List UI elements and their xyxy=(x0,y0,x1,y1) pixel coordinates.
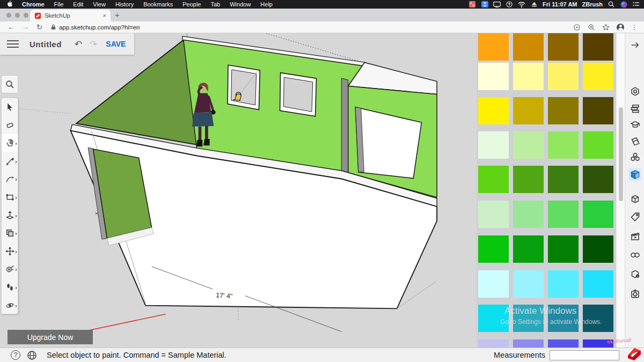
language-globe-icon[interactable] xyxy=(27,350,37,360)
window-zoom-button[interactable] xyxy=(24,13,28,18)
panel-position-camera[interactable] xyxy=(628,287,641,300)
color-swatch-3-1[interactable] xyxy=(513,131,544,159)
menubar-item-edit[interactable]: Edit xyxy=(73,1,83,8)
color-swatch-0-2[interactable] xyxy=(548,33,579,61)
color-swatch-4-2[interactable] xyxy=(548,166,579,193)
wifi-icon[interactable] xyxy=(518,1,525,8)
color-swatch-6-1[interactable] xyxy=(513,235,544,263)
color-swatch-1-2[interactable] xyxy=(548,63,579,90)
color-swatch-0-3[interactable] xyxy=(583,33,613,61)
search-tool-button[interactable] xyxy=(1,75,18,93)
menubar-item-file[interactable]: File xyxy=(54,1,64,8)
color-swatch-2-3[interactable] xyxy=(583,97,613,124)
upgrade-button[interactable]: Upgrade Now xyxy=(8,330,93,344)
tab-close-icon[interactable]: × xyxy=(103,12,106,19)
color-swatch-0-1[interactable] xyxy=(513,33,544,61)
window-minimize-button[interactable] xyxy=(15,13,20,18)
tool-push-pull[interactable] xyxy=(2,206,18,224)
panel-model-info[interactable]: i xyxy=(628,267,641,280)
zoom-page-icon[interactable] xyxy=(588,24,595,31)
panel-3d-warehouse[interactable] xyxy=(628,192,641,205)
spotlight-icon[interactable] xyxy=(608,1,615,8)
new-tab-button[interactable]: + xyxy=(115,10,120,19)
color-swatch-5-0[interactable] xyxy=(478,201,509,228)
color-swatch-2-0[interactable] xyxy=(478,97,509,124)
color-swatch-3-0[interactable] xyxy=(478,131,509,159)
menubar-item-help[interactable]: Help xyxy=(260,1,273,8)
redo-button[interactable]: ↷ xyxy=(90,39,97,50)
color-swatch-8-3[interactable] xyxy=(583,305,613,332)
app-tile-icon[interactable] xyxy=(469,1,476,8)
color-swatch-6-2[interactable] xyxy=(548,235,579,263)
color-swatch-1-0[interactable] xyxy=(478,63,509,90)
panel-styles[interactable] xyxy=(628,135,641,147)
palette-scrollbar[interactable] xyxy=(616,33,625,348)
url-box[interactable]: app.sketchup.com/app?hl=en xyxy=(51,24,140,31)
menubar-item-chrome[interactable]: Chrome xyxy=(22,1,45,8)
eject-icon[interactable] xyxy=(530,1,538,8)
back-icon[interactable]: ← xyxy=(8,23,14,31)
main-menu-icon[interactable] xyxy=(7,38,19,50)
menubar-item-bookmarks[interactable]: Bookmarks xyxy=(143,1,173,8)
color-swatch-9-2[interactable] xyxy=(548,339,579,348)
undo-button[interactable]: ↶ xyxy=(75,39,82,50)
apple-icon[interactable] xyxy=(6,1,12,8)
color-swatch-4-3[interactable] xyxy=(583,166,613,193)
color-swatch-5-3[interactable] xyxy=(583,201,613,228)
color-swatch-3-2[interactable] xyxy=(548,131,579,159)
color-swatch-5-2[interactable] xyxy=(548,201,579,228)
color-swatch-8-2[interactable] xyxy=(548,305,579,332)
tool-select[interactable] xyxy=(2,98,18,116)
sync-icon[interactable] xyxy=(506,1,513,8)
password-manager-icon[interactable] xyxy=(481,1,488,8)
notification-center-icon[interactable] xyxy=(632,1,640,8)
measurements-input[interactable] xyxy=(550,350,619,360)
color-swatch-2-2[interactable] xyxy=(548,97,579,124)
window-close-button[interactable] xyxy=(6,13,11,18)
save-button[interactable]: SAVE xyxy=(106,40,126,48)
color-swatch-7-0[interactable] xyxy=(478,270,509,298)
cast-icon[interactable] xyxy=(573,24,581,31)
bookmark-star-icon[interactable] xyxy=(602,24,610,31)
tool-tape-measure[interactable] xyxy=(2,260,18,278)
color-swatch-8-1[interactable] xyxy=(513,305,544,332)
color-swatch-0-0[interactable] xyxy=(478,33,509,61)
browser-menu-icon[interactable]: ⋮ xyxy=(631,24,638,31)
panel-outliner[interactable] xyxy=(628,102,641,115)
siri-icon[interactable] xyxy=(620,1,627,8)
color-swatch-4-0[interactable] xyxy=(478,166,509,193)
color-swatch-1-1[interactable] xyxy=(513,63,544,90)
menubar-item-window[interactable]: Window xyxy=(230,1,251,8)
tool-shapes[interactable] xyxy=(2,188,18,206)
menubar-item-people[interactable]: People xyxy=(182,1,201,8)
help-icon[interactable]: ? xyxy=(11,350,20,360)
menubar-item-history[interactable]: History xyxy=(115,1,134,8)
color-swatch-6-3[interactable] xyxy=(583,235,613,263)
panel-search-model[interactable] xyxy=(628,248,641,261)
forward-icon[interactable]: → xyxy=(22,23,29,31)
color-swatch-9-1[interactable] xyxy=(513,339,544,348)
model-canvas[interactable]: 17' 4" xyxy=(0,33,457,348)
panel-scenes[interactable] xyxy=(628,230,641,242)
display-mirroring-icon[interactable] xyxy=(493,1,501,8)
color-swatch-7-3[interactable] xyxy=(583,270,613,298)
panel-instructor[interactable] xyxy=(628,118,641,131)
tool-walk[interactable] xyxy=(2,278,18,296)
menubar-item-tab[interactable]: Tab xyxy=(210,1,220,8)
color-swatch-1-3[interactable] xyxy=(583,63,613,90)
color-swatch-8-0[interactable] xyxy=(478,305,509,332)
color-swatch-3-3[interactable] xyxy=(583,131,613,159)
palette-scrollbar-thumb[interactable] xyxy=(619,107,623,201)
color-swatch-6-0[interactable] xyxy=(478,235,509,263)
tool-arc[interactable] xyxy=(2,170,18,188)
panel-tags[interactable] xyxy=(628,210,641,223)
tool-orbit[interactable] xyxy=(2,297,18,314)
color-swatch-7-1[interactable] xyxy=(513,270,544,298)
panel-materials[interactable] xyxy=(628,168,641,181)
tool-offset[interactable] xyxy=(2,224,18,242)
collapse-panel-button[interactable] xyxy=(628,39,641,51)
tool-pencil[interactable] xyxy=(2,152,18,170)
color-swatch-9-3[interactable] xyxy=(583,339,613,348)
color-swatch-5-1[interactable] xyxy=(513,201,544,228)
tool-move[interactable] xyxy=(2,242,18,260)
